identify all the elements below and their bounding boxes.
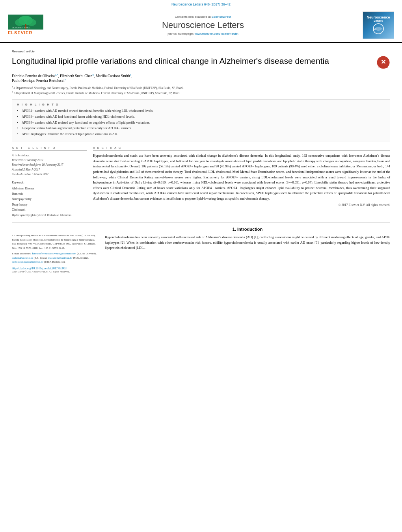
issn-text: 0304-3940/© 2017 Elsevier B.V. All right… — [12, 270, 99, 273]
email4-link[interactable]: bertolucci.paulo@unifesp.br — [12, 260, 43, 263]
keyword-5: Cholesterol — [12, 207, 87, 213]
article-type-label: Research article — [12, 47, 390, 53]
elsevier-text: ELSEVIER — [8, 30, 32, 35]
journal-homepage: journal homepage: www.elsevier.com/locat… — [43, 32, 363, 35]
highlights-section: H I G H L I G H T S APOE4− carriers with… — [12, 99, 390, 141]
keyword-1: Alzheimer Disease — [12, 186, 87, 191]
email2-link[interactable]: eschen@unifesp.br — [12, 256, 33, 260]
highlight-item-2: APOE4− carriers with AD had functional h… — [17, 115, 385, 119]
journal-title: Neuroscience Letters — [43, 20, 363, 30]
introduction-section: * Corresponding author at: Universidade … — [12, 227, 390, 273]
abstract-header: A B S T R A C T — [93, 146, 390, 151]
authors-line: Fabricio Ferreira de Oliveiraa,*, Elizab… — [12, 73, 390, 83]
corresponding-footnote: * Corresponding author at: Universidade … — [12, 234, 99, 250]
header-section: ELSEVIER TREE ELSEVIER Contents lists av… — [0, 8, 402, 43]
highlights-list: APOE4− carriers with AD trended toward f… — [17, 109, 385, 137]
introduction-title: 1. Introduction — [105, 227, 390, 232]
email3-link[interactable]: macsmith@unifesp.br — [48, 256, 73, 260]
keyword-3: Neuropsychiatry — [12, 196, 87, 202]
svg-point-3 — [27, 19, 36, 26]
abstract-text: Hypercholesterolemia and statin use have… — [93, 153, 390, 201]
journal-homepage-link[interactable]: www.elsevier.com/locate/neulet — [195, 32, 238, 35]
abstract-column: A B S T R A C T Hypercholesterolemia and… — [93, 146, 390, 218]
main-content: Research article Longitudinal lipid prof… — [0, 43, 402, 277]
page: Neuroscience Letters 646 (2017) 36–42 EL… — [0, 0, 402, 532]
introduction-body: Hypercholesterolemia has been unevenly a… — [105, 235, 390, 251]
received-revised-date: Received in revised form 19 February 201… — [12, 163, 87, 167]
affiliations: a a Department of Neurology and Neurosur… — [12, 85, 390, 95]
keywords-block: Keywords: Alzheimer Disease Dementia Neu… — [12, 181, 87, 218]
email-label: E-mail addresses: — [12, 252, 32, 255]
highlight-item-3: APOE4+ carriers with AD resisted any fun… — [17, 120, 385, 125]
email-footnote: E-mail addresses: fabricioferreiradeoliv… — [12, 252, 99, 264]
elsevier-tree-image: ELSEVIER TREE — [8, 15, 43, 30]
keywords-label: Keywords: — [12, 181, 87, 184]
accepted-date: Accepted 2 March 2017 — [12, 167, 87, 172]
affiliation-a: a a Department of Neurology and Neurosur… — [12, 85, 390, 90]
email2-person: (E.S. Chen), — [34, 256, 47, 260]
sciencedirect-link[interactable]: ScienceDirect — [212, 15, 231, 19]
history-label: Article history: — [12, 153, 87, 158]
crossmark-icon[interactable]: ✕ CrossMark — [376, 56, 390, 69]
article-title: Longitudinal lipid profile variations an… — [12, 56, 376, 66]
highlight-item-1: APOE4− carriers with AD trended toward f… — [17, 109, 385, 113]
contents-available-line: Contents lists available at ScienceDirec… — [43, 15, 363, 19]
journal-center: Contents lists available at ScienceDirec… — [43, 15, 363, 35]
svg-text:ELSEVIER TREE: ELSEVIER TREE — [12, 26, 30, 29]
svg-point-2 — [15, 19, 24, 26]
email3-person: (M.C. Smith), — [73, 256, 88, 260]
doi-link[interactable]: http://dx.doi.org/10.1016/j.neulet.2017.… — [12, 267, 67, 270]
email4-person: (P.H.F. Bertolucci). — [44, 260, 65, 263]
highlights-title: H I G H L I G H T S — [17, 103, 385, 106]
author3-name: Marilia Cardoso Smith — [96, 74, 130, 78]
introduction-text-column: 1. Introduction Hypercholesterolemia has… — [105, 227, 390, 273]
svg-text:✕: ✕ — [381, 59, 386, 65]
affiliation-b: b b Department of Morphology and Genetic… — [12, 90, 390, 95]
footnote-section: * Corresponding author at: Universidade … — [12, 231, 99, 273]
keyword-6: Hydroxymethylglutaryl-CoA Reductase Inhi… — [12, 213, 87, 218]
keyword-4: Drug therapy — [12, 202, 87, 208]
available-online-date: Available online 6 March 2017 — [12, 172, 87, 177]
journal-logo-right: Neuroscience Letters NL — [363, 11, 394, 39]
highlight-item-5: APOE haplotypes influence the effects of… — [17, 132, 385, 137]
article-info-abstract-row: A R T I C L E I N F O Article history: R… — [12, 146, 390, 218]
article-title-row: Longitudinal lipid profile variations an… — [12, 56, 390, 69]
doi-link-block: http://dx.doi.org/10.1016/j.neulet.2017.… — [12, 267, 99, 270]
journal-bar: Neuroscience Letters 646 (2017) 36–42 — [0, 0, 402, 8]
article-info-header: A R T I C L E I N F O — [12, 146, 87, 151]
section-divider — [12, 222, 390, 223]
email1-link[interactable]: fabricioferreiradeoliveira@hotmail.com — [32, 252, 76, 255]
highlight-item-4: Lipophilic statins had non-significant p… — [17, 126, 385, 131]
email1-person: (F.F. de Oliveira), — [77, 252, 97, 255]
copyright-notice: © 2017 Elsevier B.V. All rights reserved… — [93, 203, 390, 207]
keyword-2: Dementia — [12, 191, 87, 197]
keywords-list: Alzheimer Disease Dementia Neuropsychiat… — [12, 186, 87, 218]
received-date: Received 19 January 2017 — [12, 158, 87, 163]
article-info-column: A R T I C L E I N F O Article history: R… — [12, 146, 87, 218]
author2-name: Elizabeth Suchi Chen — [60, 74, 92, 78]
elsevier-logo: ELSEVIER TREE ELSEVIER — [8, 15, 43, 36]
svg-text:CrossMark: CrossMark — [378, 66, 388, 69]
svg-text:NL: NL — [373, 28, 378, 31]
journal-citation-link[interactable]: Neuroscience Letters 646 (2017) 36–42 — [171, 2, 231, 6]
author1-name: Fabricio Ferreira de Oliveira — [12, 74, 55, 78]
article-history-block: Article history: Received 19 January 201… — [12, 153, 87, 177]
footnotes-column: * Corresponding author at: Universidade … — [12, 227, 99, 273]
author4-name: Paulo Henrique Ferreira Bertolucci — [12, 79, 65, 83]
